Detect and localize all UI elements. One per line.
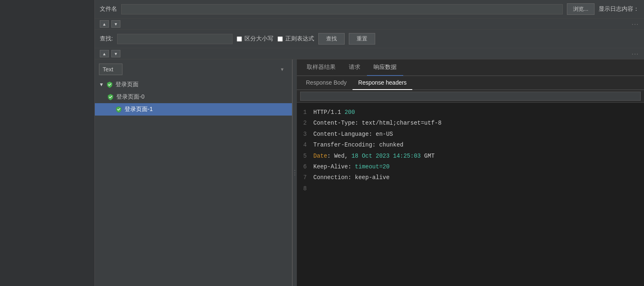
- line-content-8: [313, 184, 644, 193]
- tree-item-login-label: 登录页面: [115, 81, 139, 88]
- code-line-2: 2 Content-Type: text/html;charset=utf-8: [297, 118, 644, 128]
- filename-input[interactable]: [121, 4, 563, 14]
- more-options-dots[interactable]: ···: [632, 21, 639, 27]
- view-select[interactable]: Text HTML JSON: [99, 64, 122, 75]
- tree-panel: Text HTML JSON ▼ 登录页面: [95, 59, 293, 286]
- filter-row: [297, 90, 644, 103]
- line-content-1: HTTP/1.1 200: [313, 108, 644, 117]
- line-num-5: 5: [297, 151, 313, 161]
- line-content-3: Content-Language: en-US: [313, 130, 644, 139]
- line-num-1: 1: [297, 108, 313, 117]
- line-content-4: Transfer-Encoding: chunked: [313, 140, 644, 149]
- code-line-7: 7 Connection: keep-alive: [297, 172, 644, 183]
- case-sensitive-group: 区分大小写: [237, 35, 273, 43]
- right-panel: 取样器结果 请求 响应数据 Response Body Response hea…: [297, 59, 644, 286]
- show-log-label: 显示日志内容：: [599, 5, 639, 13]
- line-content-5: Date: Wed, 18 Oct 2023 14:25:03 GMT: [313, 151, 644, 161]
- code-line-4: 4 Transfer-Encoding: chunked: [297, 139, 644, 150]
- main-content: 文件名 浏览... 显示日志内容： ▲ ▼ ··· 查找: 区分大小写 正则表达…: [95, 0, 644, 286]
- arrow-up-button-2[interactable]: ▲: [100, 50, 109, 57]
- line-num-8: 8: [297, 184, 313, 193]
- line-content-2: Content-Type: text/html;charset=utf-8: [313, 118, 644, 128]
- search-button[interactable]: 查找: [318, 33, 345, 45]
- regex-checkbox[interactable]: [277, 36, 283, 42]
- code-line-1: 1 HTTP/1.1 200: [297, 107, 644, 118]
- search-input[interactable]: [117, 34, 233, 44]
- shield-icon: [106, 81, 113, 88]
- code-line-8: 8: [297, 183, 644, 194]
- line-num-3: 3: [297, 130, 313, 139]
- tab-request[interactable]: 请求: [342, 59, 367, 76]
- main-tabs: 取样器结果 请求 响应数据: [297, 59, 644, 76]
- filename-row: 文件名 浏览... 显示日志内容：: [95, 0, 644, 19]
- arrow-row-2: ▲ ▼ ···: [95, 48, 644, 59]
- filename-label: 文件名: [100, 5, 117, 13]
- more-options-dots-2[interactable]: ···: [632, 50, 639, 57]
- browse-button[interactable]: 浏览...: [567, 3, 595, 15]
- sub-tabs: Response Body Response headers: [297, 76, 644, 90]
- reset-button[interactable]: 重置: [349, 33, 375, 45]
- shield-icon-0: [107, 94, 114, 100]
- regex-label: 正则表达式: [285, 35, 314, 43]
- tree-item-login-0[interactable]: 登录页面-0: [95, 91, 292, 103]
- line-content-7: Connection: keep-alive: [313, 173, 644, 182]
- tree-item-login-1[interactable]: 登录页面-1: [95, 103, 292, 116]
- code-line-3: 3 Content-Language: en-US: [297, 129, 644, 139]
- case-sensitive-label: 区分大小写: [244, 35, 273, 43]
- code-line-5: 5 Date: Wed, 18 Oct 2023 14:25:03 GMT: [297, 151, 644, 161]
- line-content-6: Keep-Alive: timeout=20: [313, 162, 644, 171]
- left-sidebar: [0, 0, 95, 286]
- filter-input[interactable]: [300, 92, 641, 101]
- tab-sampler-result[interactable]: 取样器结果: [300, 59, 342, 76]
- line-num-6: 6: [297, 162, 313, 171]
- line-num-7: 7: [297, 173, 313, 182]
- view-select-wrapper: Text HTML JSON: [99, 64, 288, 75]
- arrow-row-1: ▲ ▼ ···: [95, 19, 644, 30]
- regex-group: 正则表达式: [277, 35, 314, 43]
- tree-dropdown-row: Text HTML JSON: [95, 62, 292, 78]
- tab-response-data[interactable]: 响应数据: [367, 59, 403, 76]
- panel-drag-handle[interactable]: ⋮: [293, 59, 297, 286]
- arrow-down-button-2[interactable]: ▼: [111, 50, 120, 57]
- tree-item-login-1-label: 登录页面-1: [125, 106, 153, 113]
- shield-icon-1: [115, 106, 122, 113]
- code-area: 1 HTTP/1.1 200 2 Content-Type: text/html…: [297, 103, 644, 286]
- chevron-icon: ▼: [99, 82, 104, 87]
- arrow-down-button[interactable]: ▼: [111, 20, 120, 28]
- search-label: 查找:: [100, 35, 113, 43]
- sub-tab-response-headers[interactable]: Response headers: [353, 76, 413, 90]
- line-num-2: 2: [297, 118, 313, 128]
- line-num-4: 4: [297, 140, 313, 149]
- code-line-6: 6 Keep-Alive: timeout=20: [297, 161, 644, 172]
- tree-item-login-0-label: 登录页面-0: [116, 93, 144, 101]
- tree-item-login-page[interactable]: ▼ 登录页面: [95, 78, 292, 91]
- case-sensitive-checkbox[interactable]: [237, 36, 242, 42]
- sub-tab-response-body[interactable]: Response Body: [300, 76, 353, 90]
- search-row: 查找: 区分大小写 正则表达式 查找 重置: [95, 30, 644, 48]
- content-area: Text HTML JSON ▼ 登录页面: [95, 59, 644, 286]
- arrow-up-button[interactable]: ▲: [100, 20, 109, 28]
